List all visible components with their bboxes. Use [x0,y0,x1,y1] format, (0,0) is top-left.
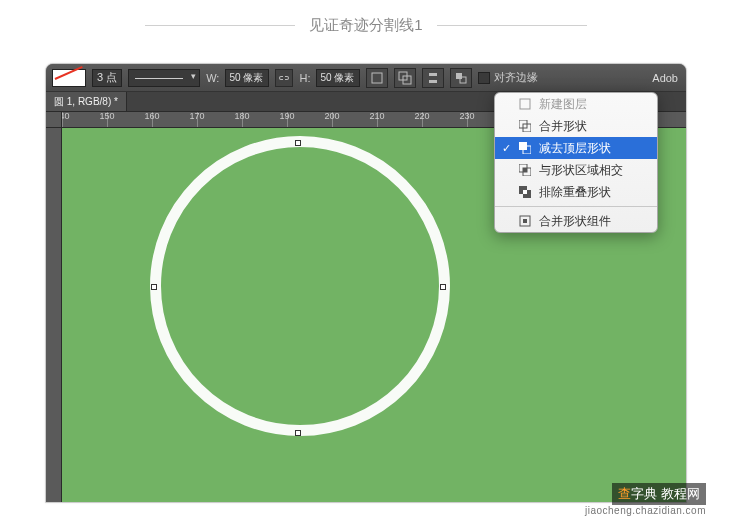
page-title: 见证奇迹分割线1 [309,16,422,35]
ruler-corner [46,112,62,128]
svg-rect-14 [523,168,527,172]
menu-item-intersect[interactable]: 与形状区域相交 [495,159,657,181]
menu-item-subtract[interactable]: ✓ 减去顶层形状 [495,137,657,159]
stroke-style-dropdown[interactable] [128,69,200,87]
path-arrange-icon[interactable] [450,68,472,88]
merge-icon [517,214,533,228]
app-window: 3 点 W: 50 像素 H: 50 像素 对齐边缘 [45,63,687,503]
document-tab[interactable]: 圆 1, RGB/8) * [46,92,127,111]
circle-shape[interactable] [150,136,450,436]
page-header: 见证奇迹分割线1 [0,0,732,63]
ruler-tick: 180 [234,112,249,121]
ruler-tick: 190 [279,112,294,121]
ruler-tick: 140 [62,112,70,121]
ruler-tick: 220 [414,112,429,121]
height-field[interactable]: 50 像素 [316,69,360,87]
menu-label: 减去顶层形状 [539,140,611,157]
combine-icon [517,119,533,133]
exclude-icon [517,185,533,199]
path-align-icon[interactable] [422,68,444,88]
svg-rect-7 [520,99,530,109]
adobe-label: Adob [652,72,680,84]
ruler-tick: 200 [324,112,339,121]
menu-item-merge-components[interactable]: 合并形状组件 [495,210,657,232]
anchor-point-top[interactable] [295,140,301,146]
svg-rect-5 [456,73,462,79]
menu-label: 排除重叠形状 [539,184,611,201]
subtract-icon [517,141,533,155]
checkbox-icon [478,72,490,84]
options-bar: 3 点 W: 50 像素 H: 50 像素 对齐边缘 [46,64,686,92]
menu-item-exclude[interactable]: 排除重叠形状 [495,181,657,203]
divider-left [145,25,295,26]
menu-separator [495,206,657,207]
watermark: 查字典 教程网 jiaocheng.chazidian.com [585,483,706,516]
divider-right [437,25,587,26]
menu-label: 与形状区域相交 [539,162,623,179]
path-ops-dropdown-icon[interactable] [394,68,416,88]
anchor-point-right[interactable] [440,284,446,290]
menu-label: 新建图层 [539,96,587,113]
svg-rect-4 [429,80,437,83]
width-label: W: [206,72,219,84]
ruler-vertical[interactable] [46,128,62,502]
new-layer-icon [517,97,533,111]
anchor-point-bottom[interactable] [295,430,301,436]
path-operations-menu: 新建图层 合并形状 ✓ 减去顶层形状 与形状区域相交 排除重叠形状 [494,92,658,233]
intersect-icon [517,163,533,177]
ruler-tick: 160 [144,112,159,121]
align-edges-label: 对齐边缘 [494,70,538,85]
path-options-icon[interactable] [366,68,388,88]
menu-item-new-layer: 新建图层 [495,93,657,115]
watermark-brand: 查字典 教程网 [612,483,706,505]
watermark-url: jiaocheng.chazidian.com [585,505,706,516]
stroke-color-swatch[interactable] [52,69,86,87]
ruler-tick: 170 [189,112,204,121]
height-label: H: [299,72,310,84]
link-wh-icon[interactable] [275,69,293,87]
ruler-tick: 230 [459,112,474,121]
ruler-tick: 210 [369,112,384,121]
menu-item-combine[interactable]: 合并形状 [495,115,657,137]
menu-label: 合并形状组件 [539,213,611,230]
check-icon: ✓ [495,142,517,155]
anchor-point-left[interactable] [151,284,157,290]
svg-rect-0 [372,73,382,83]
stroke-width-field[interactable]: 3 点 [92,69,122,87]
width-field[interactable]: 50 像素 [225,69,269,87]
ruler-tick: 150 [99,112,114,121]
svg-rect-17 [523,190,527,194]
align-edges-checkbox[interactable]: 对齐边缘 [478,70,538,85]
svg-rect-3 [429,73,437,76]
menu-label: 合并形状 [539,118,587,135]
